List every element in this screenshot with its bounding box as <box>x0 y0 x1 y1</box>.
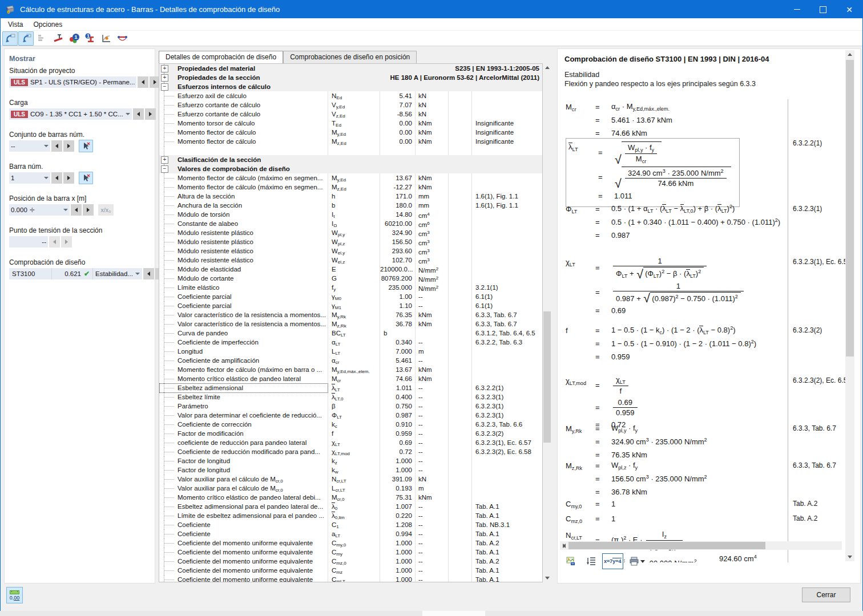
scrollbar-thumb[interactable] <box>568 542 765 549</box>
position-input[interactable]: 0.000 ✛ <box>9 204 70 216</box>
table-row[interactable]: +Clasificación de la sección <box>159 155 542 164</box>
table-row[interactable]: Curva de pandeoBCLTb6.3.1.2, Tab. 6.4, 6… <box>159 329 542 338</box>
table-row[interactable]: Módulo resistente elásticoWel,z102.70cm3 <box>159 256 542 265</box>
design-situation-select[interactable]: ULS SP1 - ULS (STR/GEO) - Permane... <box>9 76 136 88</box>
table-row[interactable]: Coeficiente parcialγM11.10--6.1(1) <box>159 301 542 310</box>
table-row[interactable]: Factor de longitudkz1.000-- <box>159 456 542 465</box>
table-row[interactable]: Momento crítico elástico de pandeo later… <box>159 374 542 383</box>
table-row[interactable]: Módulo de cortanteG80769.200N/mm2 <box>159 274 542 283</box>
member-set-prev-button[interactable] <box>51 140 62 152</box>
menu-opciones[interactable]: Opciones <box>28 19 67 30</box>
member-next-button[interactable] <box>63 172 74 184</box>
table-row[interactable]: +Propiedades del materialS235 | EN 1993-… <box>159 64 542 73</box>
scroll-down-icon[interactable] <box>543 574 551 582</box>
table-row[interactable]: coeficiente de reducción para pandeo lat… <box>159 438 542 447</box>
table-row[interactable]: Factor de longitudkw1.000-- <box>159 465 542 475</box>
table-row[interactable]: Valor característico de la resistencia a… <box>159 310 542 319</box>
load-prev-button[interactable] <box>133 108 144 120</box>
table-row[interactable]: Momento torsor de cálculoTEd0.00kNmInsig… <box>159 119 542 128</box>
stress-point-select[interactable]: -- <box>9 236 48 248</box>
table-row[interactable]: Valor auxiliar para el cálculo de Mcr,0N… <box>159 475 542 484</box>
table-row[interactable]: Coeficiente de imperfecciónαLT0.340--6.3… <box>159 338 542 347</box>
member-prev-button[interactable] <box>51 172 62 184</box>
color-scale-info-icon[interactable]: 1 <box>66 31 82 46</box>
table-row[interactable]: Coeficiente de reducción modificado para… <box>159 447 542 456</box>
result-list-icon[interactable] <box>582 553 600 569</box>
member-slope-icon[interactable] <box>50 31 66 46</box>
table-row[interactable]: Constante de alabeoIΩ60210.00cm6 <box>159 219 542 228</box>
table-row[interactable]: Esfuerzo cortante de cálculoVy,Ed7.07kN <box>159 100 542 110</box>
member-pick-button[interactable] <box>79 172 93 184</box>
close-icon[interactable]: ✕ <box>836 1 862 18</box>
table-row[interactable]: Módulo resistente plásticoWpl,z156.50cm3 <box>159 237 542 246</box>
table-row[interactable]: Esbeltez adimensionalλLT1.011--6.3.2.2(1… <box>159 383 542 392</box>
member-set-pick-button[interactable] <box>79 140 93 152</box>
stress-point-prev-button[interactable] <box>49 236 60 248</box>
table-row[interactable]: Límite elásticofy235.000N/mm23.2.1(1) <box>159 283 542 292</box>
undo-member-icon[interactable] <box>2 31 18 46</box>
menu-vista[interactable]: Vista <box>3 19 28 30</box>
table-row[interactable]: Coeficiente del momento uniforme equival… <box>159 575 542 582</box>
collapse-icon[interactable]: − <box>161 83 168 91</box>
report-horizontal-scrollbar[interactable] <box>560 541 842 550</box>
tab-detalles[interactable]: Detalles de comprobación de diseño <box>159 51 283 63</box>
design-situation-prev-button[interactable] <box>138 76 148 88</box>
table-row[interactable]: Coeficiente del momento uniforme equival… <box>159 548 542 557</box>
scroll-up-icon[interactable] <box>845 50 854 59</box>
table-row[interactable]: +Propiedades de la secciónHE 180 A | Eur… <box>159 73 542 82</box>
position-next-button[interactable] <box>83 204 94 216</box>
scroll-up-icon[interactable] <box>543 63 551 72</box>
table-row[interactable] <box>159 146 542 155</box>
member-set-select[interactable]: -- <box>9 140 50 152</box>
position-prev-button[interactable] <box>71 204 82 216</box>
table-row[interactable]: Coeficiente del momento uniforme equival… <box>159 557 542 566</box>
table-row[interactable]: Momento flector de cálculoMz,Ed0.00kNmIn… <box>159 137 542 146</box>
table-row[interactable]: Módulo de elasticidadE210000.0...N/mm2 <box>159 265 542 274</box>
section-info-icon[interactable]: 1 <box>82 31 98 46</box>
table-row[interactable]: −Valores de comprobación de diseño <box>159 164 542 173</box>
close-button[interactable]: Cerrar <box>802 587 850 602</box>
table-row[interactable]: Altura de la secciónh171.0mm1.6(1), Fig.… <box>159 192 542 201</box>
table-row[interactable]: Factor de modificaciónf0.959--6.3.2.3(2) <box>159 429 542 438</box>
table-row[interactable]: Momento flector de cálculo (máximo en se… <box>159 183 542 192</box>
table-scrollbar[interactable] <box>543 63 551 582</box>
report-vertical-scrollbar[interactable] <box>845 50 854 561</box>
table-row[interactable]: Límite de esbeltez adimensional para el … <box>159 511 542 520</box>
table-row[interactable]: Módulo resistente elásticoWel,y293.60cm3 <box>159 246 542 256</box>
table-row[interactable]: CoeficienteC11.208--Tab. NB.3.1 <box>159 520 542 529</box>
member-select[interactable]: 1 <box>9 172 50 184</box>
table-row[interactable]: Parámetroβ0.750--6.3.2.3(1) <box>159 402 542 411</box>
load-next-button[interactable] <box>145 108 156 120</box>
table-row[interactable]: −Esfuerzos internos de cálculo <box>159 82 542 91</box>
table-row[interactable]: Momento flector de cálculo (máximo en ba… <box>159 365 542 374</box>
table-row[interactable]: Anchura de la secciónb180.0mm1.6(1), Fig… <box>159 201 542 210</box>
scroll-down-icon[interactable] <box>845 553 854 561</box>
load-select[interactable]: ULS CO9 - 1.35 * CC1 + 1.50 * CC... <box>9 108 132 120</box>
table-row[interactable]: Momento flector de cálculo (máximo en se… <box>159 173 542 183</box>
redo-member-icon[interactable] <box>18 31 34 46</box>
table-row[interactable]: Valor para determinar el coeficiente de … <box>159 411 542 420</box>
table-row[interactable]: Momento crítico elástico de pandeo later… <box>159 493 542 502</box>
table-row[interactable]: Coeficiente parcialγM01.00--6.1(1) <box>159 292 542 301</box>
design-check-select[interactable]: ST3100 0.621 ✔ Estabilidad... <box>9 268 142 279</box>
table-row[interactable]: Esbeltez adimensional para el pandeo lat… <box>159 502 542 511</box>
table-row[interactable]: Esbeltez límiteλLT,00.400--6.3.2.3(1) <box>159 392 542 402</box>
maximize-button[interactable] <box>810 1 836 18</box>
table-row[interactable]: Momento flector de cálculoMy,Ed0.00kNmIn… <box>159 128 542 137</box>
expand-icon[interactable]: + <box>161 65 168 72</box>
table-row[interactable]: Valor auxiliar para el cálculo de Mcr,0L… <box>159 484 542 493</box>
table-row[interactable]: Coeficiente de amplificaciónαcr5.461-- <box>159 356 542 365</box>
scroll-right-icon[interactable] <box>560 541 568 550</box>
tab-comprobaciones[interactable]: Comprobaciones de diseño en posición <box>283 51 417 63</box>
position-relative-button[interactable]: x/x₀ <box>98 204 114 216</box>
design-check-prev-button[interactable] <box>143 268 154 279</box>
table-row[interactable]: Esfuerzo axil de cálculoNEd5.41kN <box>159 91 542 100</box>
print-icon[interactable] <box>625 553 649 569</box>
collapse-icon[interactable]: − <box>161 165 168 173</box>
table-row[interactable]: CoeficienteaLT0.994--Tab. A.1 <box>159 529 542 538</box>
minimize-button[interactable] <box>784 1 810 18</box>
table-row[interactable]: Coeficiente del momento uniforme equival… <box>159 566 542 575</box>
table-row[interactable]: Módulo resistente plásticoWpl,y324.90cm3 <box>159 228 542 237</box>
stress-point-next-button[interactable] <box>61 236 72 248</box>
values-fraction-icon[interactable]: x=7y=4 <box>602 553 623 569</box>
